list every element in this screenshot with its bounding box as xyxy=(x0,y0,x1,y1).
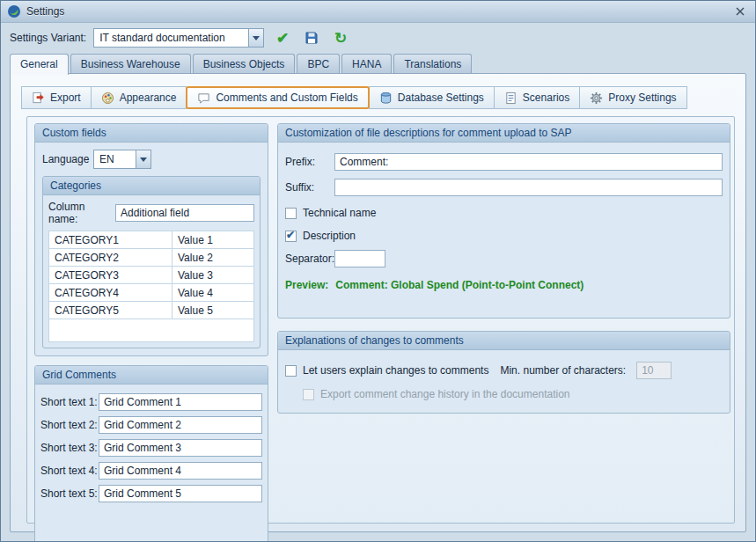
subtab-comments-and-custom-fields[interactable]: Comments and Custom Fields xyxy=(186,86,369,109)
technical-name-label: Technical name xyxy=(303,207,376,219)
category-cell[interactable]: CATEGORY1 xyxy=(49,231,172,249)
subtab-label: Comments and Custom Fields xyxy=(216,92,357,104)
group-title: Categories xyxy=(43,177,260,195)
chevron-down-icon xyxy=(140,157,147,162)
group-title: Explanations of changes to comments xyxy=(278,332,730,350)
subtab-proxy-settings[interactable]: Proxy Settings xyxy=(579,86,686,109)
preview-row: Preview: Comment: Global Spend (Point-to… xyxy=(285,279,723,291)
explanations-group: Explanations of changes to comments Let … xyxy=(277,331,730,414)
apply-button[interactable]: ✔ xyxy=(272,27,293,48)
value-cell[interactable]: Value 2 xyxy=(172,249,254,267)
comments-tab-content: Custom fields Language EN xyxy=(26,116,735,524)
table-row: CATEGORY2 Value 2 xyxy=(49,249,254,267)
save-icon xyxy=(305,31,319,45)
column-name-label: Column name: xyxy=(48,201,115,225)
category-cell[interactable]: CATEGORY2 xyxy=(49,249,172,267)
palette-icon xyxy=(101,92,114,105)
subtab-label: Scenarios xyxy=(523,92,569,104)
subtab-label: Proxy Settings xyxy=(608,92,676,104)
custom-fields-group: Custom fields Language EN xyxy=(34,123,268,356)
table-row: CATEGORY3 Value 3 xyxy=(49,267,254,284)
let-users-explain-checkbox[interactable] xyxy=(285,365,297,377)
subtab-scenarios[interactable]: Scenarios xyxy=(494,86,580,109)
table-row: CATEGORY5 Value 5 xyxy=(49,302,254,319)
database-icon xyxy=(379,92,393,105)
subtab-label: Appearance xyxy=(120,92,177,104)
export-history-checkbox xyxy=(303,389,314,400)
subtab-label: Export xyxy=(50,92,81,104)
short-text-2-label: Short text 2: xyxy=(40,419,99,431)
min-characters-input xyxy=(636,362,672,379)
short-text-1-input[interactable] xyxy=(99,393,262,411)
comment-bubble-icon xyxy=(197,92,210,105)
categories-table: CATEGORY1 Value 1 CATEGORY2 Value 2 xyxy=(48,231,254,319)
categories-group: Categories Column name: CATEGORY1 xyxy=(42,176,261,348)
main-tabs: General Business Warehouse Business Obje… xyxy=(1,53,755,73)
value-cell[interactable]: Value 3 xyxy=(172,267,254,284)
table-row: CATEGORY1 Value 1 xyxy=(49,231,254,249)
language-label: Language xyxy=(42,153,93,165)
value-cell[interactable]: Value 5 xyxy=(172,302,254,319)
value-cell[interactable]: Value 1 xyxy=(172,231,254,249)
settings-dialog: Settings Settings Variant: IT standard d… xyxy=(0,0,756,542)
gear-icon xyxy=(590,92,603,105)
tab-business-objects[interactable]: Business Objects xyxy=(193,54,296,73)
tab-general[interactable]: General xyxy=(10,54,69,75)
description-label: Description xyxy=(303,230,356,242)
subtab-database-settings[interactable]: Database Settings xyxy=(369,86,495,109)
preview-value: Comment: Global Spend (Point-to-Point Co… xyxy=(335,279,584,291)
app-logo-icon xyxy=(7,4,21,18)
category-cell[interactable]: CATEGORY3 xyxy=(49,267,172,284)
table-row: CATEGORY4 Value 4 xyxy=(49,284,254,302)
variant-label: Settings Variant: xyxy=(10,32,86,44)
preview-label: Preview: xyxy=(285,279,328,291)
window-title: Settings xyxy=(26,5,64,18)
technical-name-checkbox[interactable] xyxy=(285,208,297,219)
document-icon xyxy=(504,92,517,105)
general-tab-panel: Export Appearance Comments and Custom Fi… xyxy=(10,73,746,532)
group-title: Grid Comments xyxy=(35,366,268,385)
close-icon[interactable] xyxy=(731,4,749,19)
left-column: Custom fields Language EN xyxy=(34,123,268,542)
separator-input[interactable] xyxy=(334,250,385,267)
category-cell[interactable]: CATEGORY5 xyxy=(49,302,172,319)
description-checkbox[interactable] xyxy=(285,231,297,242)
language-value: EN xyxy=(94,150,136,168)
value-cell[interactable]: Value 4 xyxy=(172,284,254,302)
subtab-appearance[interactable]: Appearance xyxy=(91,86,187,109)
customization-group: Customization of file descriptions for c… xyxy=(277,123,730,319)
short-text-4-input[interactable] xyxy=(99,462,262,480)
short-text-3-input[interactable] xyxy=(99,439,262,457)
empty-table-area xyxy=(48,319,254,342)
suffix-input[interactable] xyxy=(334,179,723,196)
refresh-icon: ↻ xyxy=(334,31,347,46)
variant-dropdown-button[interactable] xyxy=(248,29,263,47)
language-dropdown-button[interactable] xyxy=(136,150,150,168)
suffix-label: Suffix: xyxy=(285,181,334,194)
export-icon xyxy=(32,92,45,105)
prefix-input[interactable] xyxy=(334,153,723,171)
subtab-export[interactable]: Export xyxy=(21,86,92,109)
tab-translations[interactable]: Translations xyxy=(393,54,472,73)
short-text-3-label: Short text 3: xyxy=(40,442,99,454)
short-text-1-label: Short text 1: xyxy=(40,396,99,408)
check-icon: ✔ xyxy=(276,31,289,46)
short-text-5-label: Short text 5: xyxy=(40,487,99,500)
variant-combobox[interactable]: IT standard documentation xyxy=(93,28,264,48)
tab-business-warehouse[interactable]: Business Warehouse xyxy=(70,54,191,73)
category-cell[interactable]: CATEGORY4 xyxy=(49,284,172,302)
subtab-label: Database Settings xyxy=(398,92,484,104)
variant-bar: Settings Variant: IT standard documentat… xyxy=(1,23,755,53)
chevron-down-icon xyxy=(253,36,260,40)
tab-hana[interactable]: HANA xyxy=(341,54,392,73)
save-button[interactable] xyxy=(301,27,322,48)
column-name-input[interactable] xyxy=(115,204,254,222)
short-text-5-input[interactable] xyxy=(99,485,262,502)
language-combobox[interactable]: EN xyxy=(93,150,151,169)
settings-subtabs: Export Appearance Comments and Custom Fi… xyxy=(21,86,687,109)
group-title: Custom fields xyxy=(35,124,268,143)
refresh-button[interactable]: ↻ xyxy=(330,27,351,48)
short-text-2-input[interactable] xyxy=(99,416,262,434)
tab-bpc[interactable]: BPC xyxy=(297,54,340,73)
separator-label: Separator: xyxy=(285,253,334,265)
